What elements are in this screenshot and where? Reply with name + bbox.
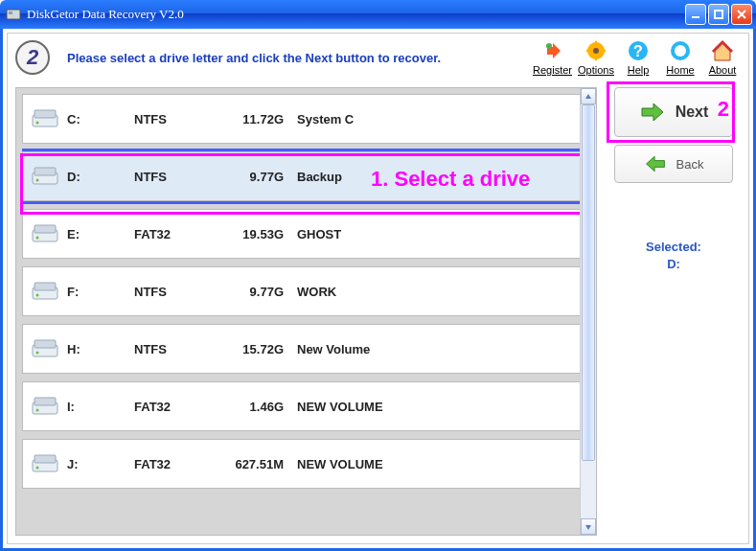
minimize-button[interactable] (685, 4, 706, 25)
drive-fs: FAT32 (134, 457, 220, 471)
toolbar-register[interactable]: Register (533, 39, 572, 76)
toolbar-label: Help (628, 64, 650, 76)
drive-size: 11.72G (220, 112, 297, 126)
drive-fs: FAT32 (134, 227, 220, 241)
app-icon (6, 7, 21, 22)
drive-letter: D: (67, 170, 134, 184)
svg-rect-1 (9, 11, 12, 14)
drive-row-f[interactable]: F:NTFS9.77GWORK (22, 266, 581, 316)
options-icon (584, 39, 607, 62)
toolbar-options[interactable]: Options (578, 39, 614, 76)
svg-point-16 (36, 179, 39, 182)
drive-fs: NTFS (134, 342, 220, 356)
drive-fs: NTFS (134, 112, 220, 126)
drive-label: Backup (297, 170, 402, 184)
scrollbar[interactable] (580, 88, 596, 535)
drive-size: 15.72G (220, 342, 297, 356)
scroll-down-button[interactable] (581, 518, 596, 535)
toolbar-label: About (709, 64, 737, 76)
svg-rect-18 (34, 225, 56, 233)
step-number-icon: 2 (15, 40, 50, 75)
drive-row-i[interactable]: I:FAT321.46GNEW VOLUME (22, 381, 581, 431)
drive-icon (29, 453, 61, 474)
toolbar-label: Home (666, 64, 694, 76)
drive-size: 19.53G (220, 227, 297, 241)
drive-size: 9.77G (220, 285, 297, 299)
scroll-up-button[interactable] (581, 88, 596, 104)
drive-letter: H: (67, 342, 134, 356)
drive-label: NEW VOLUME (297, 400, 402, 414)
svg-point-28 (36, 409, 39, 412)
help-icon: ? (627, 39, 650, 62)
about-icon (711, 39, 734, 62)
drive-label: New Volume (297, 342, 402, 356)
toolbar-label: Register (533, 64, 572, 76)
selected-heading: Selected: (646, 240, 701, 254)
drive-icon (29, 281, 61, 302)
drive-letter: C: (67, 112, 134, 126)
drive-pane: C:NTFS11.72GSystem CD:NTFS9.77GBackupE:F… (15, 87, 597, 536)
selected-info: Selected: D: (646, 239, 701, 273)
selected-value: D: (667, 257, 680, 271)
drive-size: 9.77G (220, 170, 297, 184)
arrow-right-icon (639, 99, 666, 126)
svg-rect-27 (34, 398, 56, 405)
drive-row-c[interactable]: C:NTFS11.72GSystem C (22, 94, 581, 144)
drive-letter: I: (67, 400, 134, 414)
drive-icon (29, 166, 61, 187)
back-button-label: Back (676, 157, 704, 172)
svg-point-6 (593, 48, 599, 54)
scroll-thumb[interactable] (582, 104, 595, 461)
svg-point-19 (36, 237, 39, 240)
drive-label: NEW VOLUME (297, 457, 402, 471)
register-icon (541, 39, 564, 62)
close-button[interactable] (731, 4, 752, 25)
drive-row-h[interactable]: H:NTFS15.72GNew Volume (22, 324, 581, 374)
drive-row-e[interactable]: E:FAT3219.53GGHOST (22, 209, 581, 259)
drive-row-j[interactable]: J:FAT32627.51MNEW VOLUME (22, 439, 581, 489)
svg-point-13 (36, 122, 39, 125)
drive-label: System C (297, 112, 402, 126)
svg-rect-21 (34, 283, 56, 290)
back-button[interactable]: Back (614, 145, 733, 183)
next-button[interactable]: Next (614, 87, 733, 137)
scroll-track[interactable] (581, 104, 596, 518)
drive-list: C:NTFS11.72GSystem CD:NTFS9.77GBackupE:F… (22, 94, 594, 529)
drive-letter: J: (67, 457, 134, 471)
drive-size: 627.51M (220, 457, 297, 471)
svg-rect-30 (34, 455, 56, 463)
drive-icon (29, 108, 61, 129)
svg-rect-24 (34, 340, 56, 348)
arrow-left-icon (644, 152, 667, 175)
drive-label: GHOST (297, 227, 402, 241)
toolbar: RegisterOptions?HelpHomeAbout (533, 39, 741, 76)
right-column: Next 2 Back Selected: D: (607, 87, 741, 536)
drive-letter: F: (67, 285, 134, 299)
drive-label: WORK (297, 285, 402, 299)
svg-point-10 (675, 45, 686, 57)
toolbar-about[interactable]: About (704, 39, 741, 76)
svg-rect-3 (715, 11, 722, 18)
svg-point-31 (36, 467, 39, 470)
drive-icon (29, 396, 61, 417)
toolbar-home[interactable]: Home (662, 39, 699, 76)
drive-letter: E: (67, 227, 134, 241)
instruction-text: Please select a drive letter and click t… (67, 51, 441, 65)
step-number: 2 (27, 45, 38, 70)
drive-icon (29, 223, 61, 244)
header-row: 2 Please select a drive letter and click… (15, 39, 741, 76)
svg-rect-2 (692, 16, 699, 18)
maximize-button[interactable] (708, 4, 729, 25)
drive-fs: NTFS (134, 170, 220, 184)
home-icon (669, 39, 692, 62)
window-title: DiskGetor Data Recovery V2.0 (27, 7, 184, 22)
drive-fs: NTFS (134, 285, 220, 299)
next-button-label: Next (676, 103, 709, 121)
drive-icon (29, 338, 61, 359)
toolbar-label: Options (578, 64, 614, 76)
svg-point-25 (36, 352, 39, 355)
drive-row-d[interactable]: D:NTFS9.77GBackup (22, 151, 581, 201)
toolbar-help[interactable]: ?Help (620, 39, 656, 76)
svg-text:?: ? (633, 43, 643, 59)
svg-rect-15 (34, 168, 56, 175)
